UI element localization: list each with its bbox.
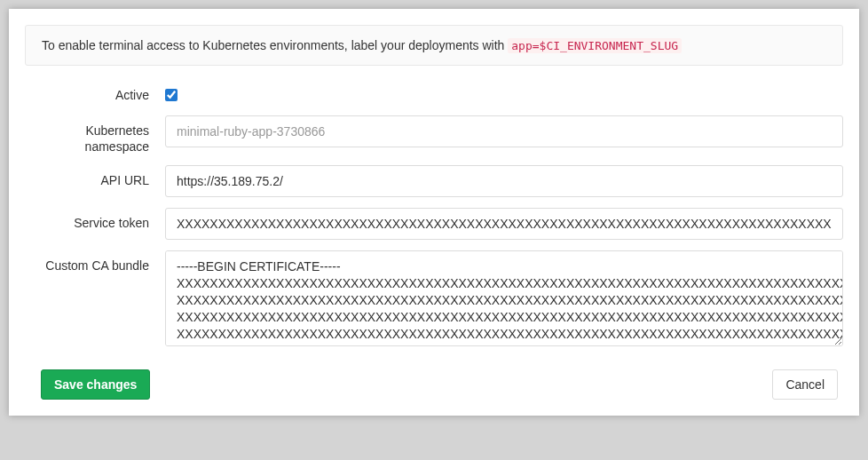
active-checkbox[interactable]	[165, 89, 178, 101]
api-url-input[interactable]	[165, 165, 843, 197]
label-namespace: Kubernetes namespace	[25, 115, 165, 155]
label-service-token: Service token	[25, 208, 165, 231]
row-service-token: Service token	[25, 208, 843, 240]
row-api-url: API URL	[25, 165, 843, 197]
info-box: To enable terminal access to Kubernetes …	[25, 25, 843, 66]
control-service-token	[165, 208, 843, 240]
service-token-input[interactable]	[165, 208, 843, 240]
row-namespace: Kubernetes namespace	[25, 115, 843, 155]
control-api-url	[165, 165, 843, 197]
control-active	[165, 87, 843, 105]
label-ca-bundle: Custom CA bundle	[25, 250, 165, 274]
button-row: Save changes Cancel	[25, 369, 843, 400]
save-button[interactable]: Save changes	[41, 369, 150, 400]
label-api-url: API URL	[25, 165, 165, 188]
settings-panel: To enable terminal access to Kubernetes …	[9, 9, 859, 416]
control-ca-bundle	[165, 250, 843, 350]
row-ca-bundle: Custom CA bundle	[25, 250, 843, 350]
namespace-input[interactable]	[165, 115, 843, 147]
cancel-button[interactable]: Cancel	[772, 369, 838, 400]
control-namespace	[165, 115, 843, 147]
ca-bundle-textarea[interactable]	[165, 250, 843, 346]
info-text: To enable terminal access to Kubernetes …	[42, 38, 508, 52]
row-active: Active	[25, 87, 843, 105]
label-active: Active	[25, 87, 165, 103]
info-code: app=$CI_ENVIRONMENT_SLUG	[508, 38, 682, 53]
